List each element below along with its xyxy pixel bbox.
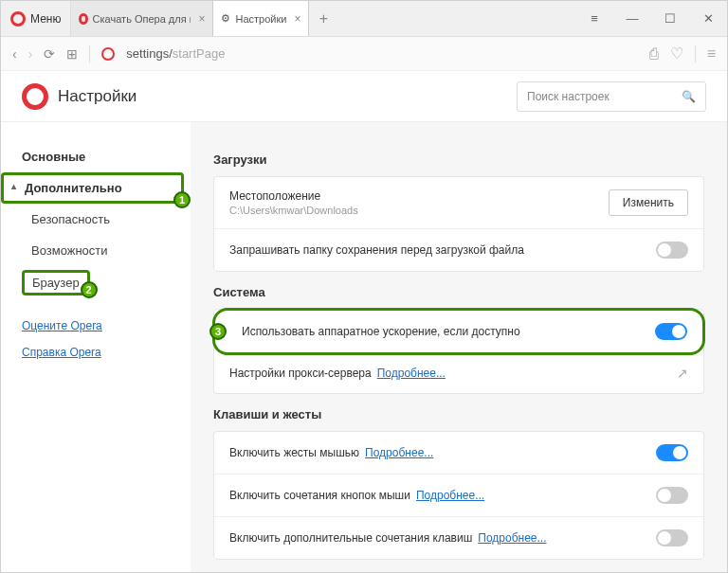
speed-dial-button[interactable]: ⊞ [66,46,78,62]
learn-more-link[interactable]: Подробнее... [365,446,433,459]
url-sub: startPage [173,46,226,61]
close-icon[interactable]: × [198,12,205,26]
search-placeholder: Поиск настроек [527,90,610,103]
easy-setup-icon[interactable]: ≡ [707,45,716,63]
row-label: Включить сочетания кнопок мыши [229,489,410,502]
row-label: Включить дополнительные сочетания клавиш [229,531,472,545]
change-button[interactable]: Изменить [609,189,688,216]
system-card: 3 Использовать аппаратное ускорение, есл… [213,309,704,394]
opera-icon [10,11,26,27]
annotation-3: 3 [209,323,227,340]
page-title: Настройки [58,87,136,106]
help-opera-link[interactable]: Справка Opera [1,339,191,366]
highlight-advanced: ▴ Дополнительно 1 [1,172,184,204]
settings-content: Основные ▴ Дополнительно 1 Безопасность … [1,122,727,572]
menu-label: Меню [30,12,61,26]
rate-opera-link[interactable]: Оцените Opera [1,313,191,339]
minimize-button[interactable]: — [613,1,651,36]
row-download-location: Местоположение C:\Users\kmwar\Downloads … [214,177,703,229]
toggle-ask-download[interactable] [656,242,688,259]
section-system: Система [213,285,704,299]
tab-label: Настройки [235,13,286,25]
heart-icon[interactable]: ♡ [670,45,683,63]
menu-button[interactable]: Меню [1,1,71,36]
row-hardware-accel[interactable]: 3 Использовать аппаратное ускорение, есл… [212,308,705,355]
row-label: Настройки прокси-сервера [229,367,372,380]
divider [89,45,90,63]
gestures-card: Включить жесты мышью Подробнее... Включи… [213,431,704,560]
row-proxy[interactable]: Настройки прокси-сервера Подробнее... ↗ [214,353,703,393]
tabs-list-button[interactable]: ≡ [575,1,613,36]
row-extra-shortcuts[interactable]: Включить дополнительные сочетания клавиш… [214,517,703,559]
tab-download-opera[interactable]: Скачать Опера для комп... × [71,1,213,36]
maximize-button[interactable]: ☐ [651,1,689,36]
sidebar-label: Дополнительно [25,181,122,195]
settings-header: Настройки Поиск настроек 🔍 [1,71,727,122]
row-label: Использовать аппаратное ускорение, если … [242,325,520,338]
reload-button[interactable]: ⟳ [44,46,55,62]
tab-label: Скачать Опера для комп... [93,13,191,25]
sidebar-item-basic[interactable]: Основные [1,141,191,172]
title-bar: Меню Скачать Опера для комп... × ⚙ Настр… [1,1,727,37]
toggle-mouse-gestures[interactable] [656,444,688,461]
downloads-card: Местоположение C:\Users\kmwar\Downloads … [213,176,704,272]
opera-logo-icon [22,83,48,110]
section-gestures: Клавиши и жесты [213,407,704,421]
external-link-icon: ↗ [677,366,688,381]
sidebar-item-advanced[interactable]: ▴ Дополнительно 1 [1,172,191,204]
sidebar-label: Браузер [32,276,80,290]
gear-icon: ⚙ [221,12,230,25]
row-label: Включить жесты мышью [229,446,359,459]
opera-icon [101,47,115,61]
search-input[interactable]: Поиск настроек 🔍 [517,81,706,112]
toggle-extra-shortcuts[interactable] [656,529,688,546]
learn-more-link[interactable]: Подробнее... [377,367,446,380]
location-path: C:\Users\kmwar\Downloads [229,205,358,216]
learn-more-link[interactable]: Подробнее... [416,489,484,502]
chevron-up-icon: ▴ [11,181,16,191]
window-controls: ≡ — ☐ ✕ [575,1,727,36]
snapshot-icon[interactable]: ⎙ [649,45,659,63]
search-icon: 🔍 [682,90,696,103]
learn-more-link[interactable]: Подробнее... [478,531,546,545]
divider [695,45,696,63]
annotation-2: 2 [81,281,98,298]
row-ask-before-download[interactable]: Запрашивать папку сохранения перед загру… [214,229,703,271]
forward-button[interactable]: › [28,46,33,62]
highlight-browser: Браузер 2 [22,270,90,295]
tab-settings[interactable]: ⚙ Настройки × [213,1,309,36]
row-rocker-gestures[interactable]: Включить сочетания кнопок мыши Подробнее… [214,475,703,517]
opera-icon [79,13,87,25]
toggle-rocker-gestures[interactable] [656,487,688,504]
row-label: Запрашивать папку сохранения перед загру… [229,243,524,257]
url-main: settings/ [126,46,172,61]
sidebar-item-security[interactable]: Безопасность [1,204,191,235]
url-display[interactable]: settings/startPage [126,46,225,61]
row-mouse-gestures[interactable]: Включить жесты мышью Подробнее... [214,432,703,475]
sidebar-item-browser[interactable]: Браузер 2 [1,266,191,299]
new-tab-button[interactable]: + [309,1,337,36]
close-icon[interactable]: × [294,12,300,26]
spacer [1,299,191,313]
close-window-button[interactable]: ✕ [689,1,727,36]
address-bar: ‹ › ⟳ ⊞ settings/startPage ⎙ ♡ ≡ [1,37,727,71]
section-downloads: Загрузки [213,152,704,167]
back-button[interactable]: ‹ [12,46,17,62]
settings-main: Загрузки Местоположение C:\Users\kmwar\D… [191,122,727,572]
sidebar: Основные ▴ Дополнительно 1 Безопасность … [1,122,191,572]
toggle-hw-accel[interactable] [655,323,687,340]
sidebar-item-features[interactable]: Возможности [1,235,191,266]
location-label: Местоположение [229,189,358,203]
